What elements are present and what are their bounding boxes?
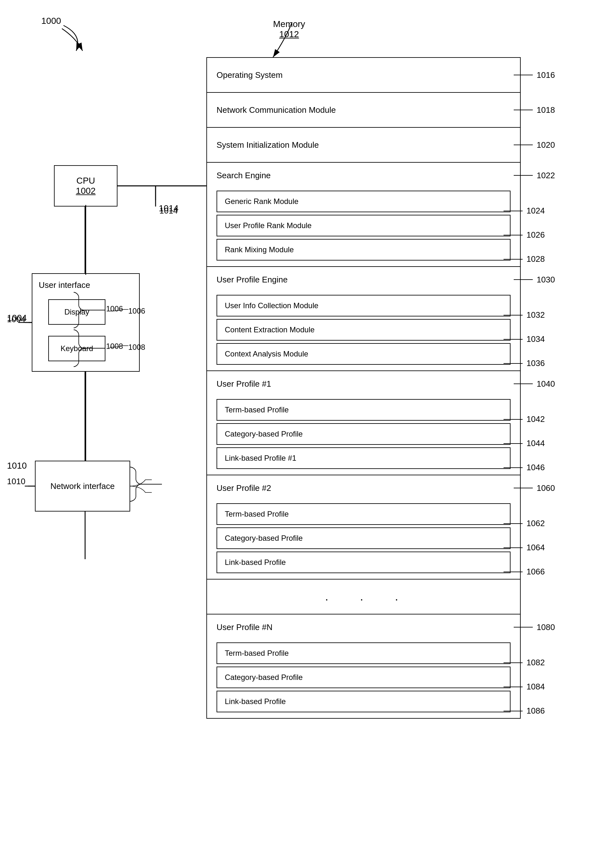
row-ncm: Network Communication Module 1018	[207, 93, 520, 128]
row-sim: System Initialization Module 1020	[207, 128, 520, 163]
user-interface-box: User interface Display 1006 Keyboard 100…	[32, 273, 140, 372]
row-up2: User Profile #2 1060	[207, 475, 520, 501]
row-term-based-1: Term-based Profile 1042	[217, 399, 511, 421]
row-link-based-2: Link-based Profile 1066	[217, 552, 511, 573]
row-category-based-2: Category-based Profile 1064	[217, 527, 511, 549]
keyboard-ref-label: 1008	[106, 342, 123, 351]
cpu-ref: 1002	[76, 186, 96, 196]
display-box: Display	[48, 299, 105, 325]
memory-outer-box: Operating System 1016 Network Communicat…	[206, 57, 521, 719]
ref-1022: 1022	[514, 170, 555, 180]
memory-label: Memory 1012	[273, 19, 305, 39]
row-link-based-1: Link-based Profile #1 1046	[217, 447, 511, 469]
network-ref-label: 1010	[7, 477, 25, 487]
row-upn: User Profile #N 1080	[207, 614, 520, 640]
row-dots: . . .	[207, 580, 520, 614]
display-ref-label: 1006	[106, 304, 123, 313]
cpu-label: CPU	[76, 176, 95, 186]
row-category-based-1: Category-based Profile 1044	[217, 423, 511, 445]
ref-1064: 1064	[504, 542, 545, 552]
row-content-extraction: Content Extraction Module 1034	[217, 319, 511, 341]
row-upe: User Profile Engine 1030	[207, 267, 520, 292]
ref-1086: 1086	[504, 706, 545, 716]
row-term-based-2: Term-based Profile 1062	[217, 503, 511, 525]
label-1010: 1010	[7, 461, 27, 471]
ref-1066: 1066	[504, 567, 545, 577]
ref-1080: 1080	[514, 622, 555, 632]
network-interface-box: Network interface	[35, 461, 130, 512]
user-profile-n-group: User Profile #N 1080 Term-based Profile …	[207, 614, 520, 712]
ref-1044: 1044	[504, 439, 545, 448]
ref-1018: 1018	[514, 105, 555, 115]
row-generic-rank: Generic Rank Module 1024	[217, 191, 511, 212]
ref-1046: 1046	[504, 463, 545, 473]
ref-1028: 1028	[504, 254, 545, 264]
row-category-based-n: Category-based Profile 1084	[217, 666, 511, 688]
ref-1040: 1040	[514, 379, 555, 389]
row-term-based-n: Term-based Profile 1082	[217, 642, 511, 664]
row-user-profile-rank: User Profile Rank Module 1026	[217, 215, 511, 236]
keyboard-box: Keyboard	[48, 336, 105, 361]
search-engine-group: Search Engine 1022 Generic Rank Module 1…	[207, 163, 520, 267]
ref-1084: 1084	[504, 682, 545, 692]
label-1000: 1000	[41, 16, 61, 26]
ref-1060: 1060	[514, 483, 555, 493]
ref-1026: 1026	[504, 230, 545, 240]
ref-1062: 1062	[504, 519, 545, 529]
ref-1020: 1020	[514, 140, 555, 150]
row-os: Operating System 1016	[207, 58, 520, 93]
ui-ref-label: 1004	[7, 315, 25, 324]
ref-1042: 1042	[504, 414, 545, 424]
ref-1032: 1032	[504, 310, 545, 320]
ref-1082: 1082	[504, 658, 545, 668]
row-user-info-collection: User Info Collection Module 1032	[217, 295, 511, 316]
ref-label-1014: 1014	[159, 206, 178, 216]
user-profile-1-group: User Profile #1 1040 Term-based Profile …	[207, 371, 520, 475]
ref-1034: 1034	[504, 334, 545, 344]
row-search-engine: Search Engine 1022	[207, 163, 520, 188]
row-link-based-n: Link-based Profile 1086	[217, 691, 511, 712]
row-up1: User Profile #1 1040	[207, 371, 520, 397]
user-profile-2-group: User Profile #2 1060 Term-based Profile …	[207, 475, 520, 580]
cpu-box: CPU 1002	[54, 165, 118, 206]
ref-1024: 1024	[504, 206, 545, 216]
row-rank-mixing: Rank Mixing Module 1028	[217, 239, 511, 260]
ref-1036: 1036	[504, 358, 545, 368]
ref-1016: 1016	[514, 70, 555, 80]
ref-1030: 1030	[514, 275, 555, 285]
row-context-analysis: Context Analysis Module 1036	[217, 343, 511, 365]
ui-label: User interface	[39, 280, 90, 290]
user-profile-engine-group: User Profile Engine 1030 User Info Colle…	[207, 267, 520, 371]
